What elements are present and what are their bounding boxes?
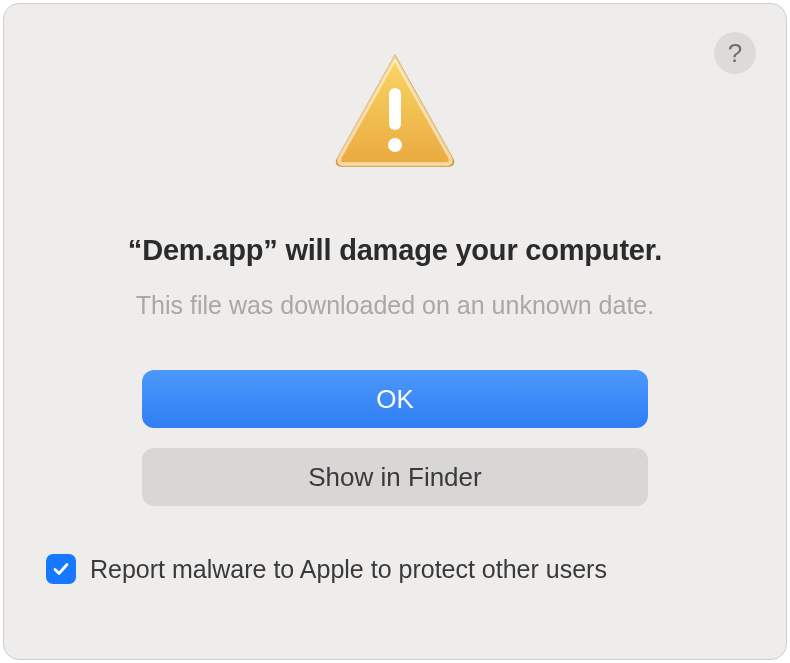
report-malware-checkbox[interactable] [46,554,76,584]
report-malware-label[interactable]: Report malware to Apple to protect other… [90,555,607,584]
checkmark-icon [51,559,71,579]
ok-button-label: OK [376,384,414,415]
svg-rect-0 [389,88,401,130]
dialog-subtext: This file was downloaded on an unknown d… [136,291,654,320]
ok-button[interactable]: OK [142,370,648,428]
show-in-finder-button[interactable]: Show in Finder [142,448,648,506]
help-button[interactable]: ? [714,32,756,74]
report-malware-row: Report malware to Apple to protect other… [46,554,607,584]
svg-point-1 [388,138,402,152]
alert-dialog: ? “Dem.app” will damage your computer. T… [3,3,787,660]
warning-icon [330,50,460,172]
help-icon: ? [728,38,742,69]
show-in-finder-label: Show in Finder [308,462,481,493]
dialog-heading: “Dem.app” will damage your computer. [128,234,662,267]
